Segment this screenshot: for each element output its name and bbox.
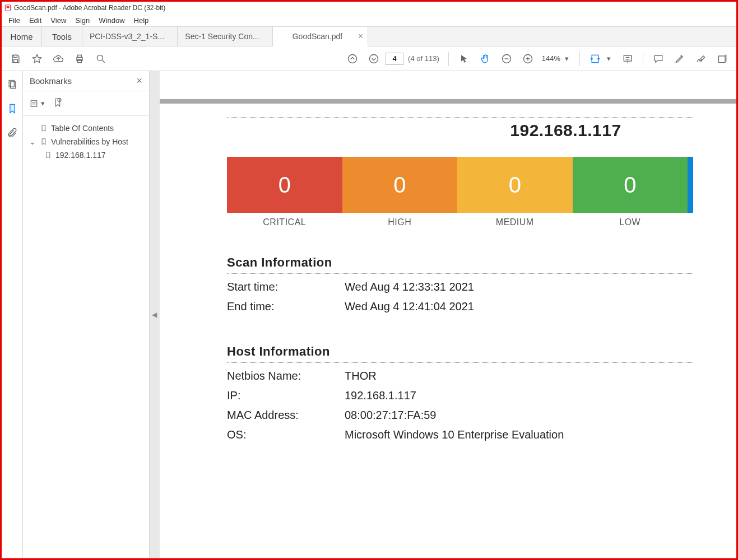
bookmark-label: 192.168.1.117	[55, 151, 106, 160]
bookmarks-panel-title: Bookmarks	[30, 76, 72, 86]
panel-collapse-gutter[interactable]: ◀	[150, 71, 160, 558]
svg-rect-14	[9, 81, 14, 87]
page-down-icon[interactable]	[364, 49, 383, 68]
severity-medium: 0	[457, 157, 573, 213]
severity-critical: 0	[227, 157, 342, 213]
kv-val: THOR	[345, 370, 377, 382]
doc-tab-0[interactable]: PCI-DSS-v3_2_1-S...	[82, 27, 178, 46]
severity-info	[688, 157, 693, 213]
doc-tab-0-label: PCI-DSS-v3_2_1-S...	[90, 32, 164, 41]
toolbar-separator	[579, 52, 580, 66]
svg-point-7	[349, 54, 357, 63]
svg-rect-13	[718, 56, 725, 63]
svg-rect-11	[592, 55, 598, 62]
page-divider	[160, 99, 736, 104]
bookmarks-toolbar: ▾	[23, 91, 149, 116]
svg-rect-5	[78, 59, 82, 62]
menu-sign[interactable]: Sign	[71, 16, 94, 25]
bookmarks-panel-icon[interactable]	[7, 103, 18, 116]
svg-rect-12	[624, 55, 631, 61]
tab-tools[interactable]: Tools	[42, 27, 82, 46]
bookmark-label: Vulnerabilities by Host	[51, 137, 128, 146]
kv-val: Microsoft Windows 10 Enterprise Evaluati…	[345, 428, 564, 441]
svg-rect-4	[78, 55, 82, 57]
menu-window[interactable]: Window	[94, 16, 129, 25]
window-titlebar: GoodScan.pdf - Adobe Acrobat Reader DC (…	[2, 2, 736, 14]
menu-view[interactable]: View	[46, 16, 71, 25]
menu-bar: File Edit View Sign Window Help	[2, 14, 736, 26]
bookmarks-options-icon[interactable]: ▾	[30, 99, 45, 109]
kv-row: MAC Address:08:00:27:17:FA:59	[227, 405, 693, 425]
kv-key: OS:	[227, 428, 345, 441]
kv-row: OS:Microsoft Windows 10 Enterprise Evalu…	[227, 425, 693, 445]
find-bookmark-icon[interactable]	[53, 97, 63, 109]
host-info-title: Host Information	[227, 344, 693, 359]
dotted-line	[227, 117, 693, 118]
print-icon[interactable]	[70, 49, 89, 68]
comment-icon[interactable]	[649, 49, 668, 68]
doc-tab-2[interactable]: GoodScan.pdf ×	[273, 27, 368, 46]
window-title: GoodScan.pdf - Adobe Acrobat Reader DC (…	[14, 4, 165, 12]
close-panel-icon[interactable]: ×	[136, 75, 142, 87]
kv-row: Start time:Wed Aug 4 12:33:31 2021	[227, 277, 693, 297]
scan-info-title: Scan Information	[227, 255, 693, 270]
menu-edit[interactable]: Edit	[25, 16, 46, 25]
svg-rect-2	[14, 59, 18, 62]
cloud-upload-icon[interactable]	[49, 49, 68, 68]
hand-tool-icon[interactable]	[476, 49, 495, 68]
toolbar: (4 of 113) 144% ▾ ▾	[2, 46, 736, 71]
zoom-out-icon[interactable]	[497, 49, 516, 68]
page-up-icon[interactable]	[343, 49, 362, 68]
doc-tab-1-label: Sec-1 Security Con...	[185, 32, 259, 41]
highlight-icon[interactable]	[670, 49, 689, 68]
dotted-line	[227, 273, 693, 274]
read-mode-icon[interactable]	[618, 49, 637, 68]
kv-row: End time:Wed Aug 4 12:41:04 2021	[227, 297, 693, 316]
severity-label-info	[688, 217, 693, 227]
menu-file[interactable]: File	[4, 16, 25, 25]
attachments-panel-icon[interactable]	[7, 127, 18, 140]
kv-key: MAC Address:	[227, 409, 345, 422]
kv-val: Wed Aug 4 12:41:04 2021	[345, 300, 474, 313]
search-icon[interactable]	[91, 49, 110, 68]
thumbnails-panel-icon[interactable]	[7, 79, 18, 92]
sign-icon[interactable]	[691, 49, 711, 68]
doc-tab-1[interactable]: Sec-1 Security Con...	[178, 27, 273, 46]
fit-width-icon[interactable]	[586, 49, 605, 68]
star-icon[interactable]	[27, 49, 47, 68]
collapse-triangle-icon[interactable]: ◀	[152, 311, 157, 319]
toolbar-separator	[643, 52, 643, 66]
collapse-icon[interactable]: ⌄	[29, 137, 36, 146]
scan-info-section: Scan Information Start time:Wed Aug 4 12…	[227, 255, 693, 316]
bookmark-toc[interactable]: Table Of Contents	[27, 122, 145, 135]
menu-help[interactable]: Help	[129, 16, 154, 25]
host-info-section: Host Information Netbios Name:THOR IP:19…	[227, 344, 693, 445]
selection-arrow-icon[interactable]	[454, 49, 474, 68]
zoom-dropdown-icon[interactable]: ▾	[565, 54, 574, 63]
svg-rect-15	[10, 82, 15, 88]
report-host-title: 192.168.1.117	[395, 121, 736, 140]
severity-label-medium: MEDIUM	[457, 217, 573, 227]
kv-row: IP:192.168.1.117	[227, 386, 693, 405]
severity-label-low: LOW	[573, 217, 688, 227]
bookmark-vuln-by-host[interactable]: ⌄ Vulnerabilities by Host	[27, 135, 145, 148]
bookmark-label: Table Of Contents	[51, 124, 114, 133]
severity-label-high: HIGH	[342, 217, 458, 227]
document-view[interactable]: 192.168.1.117 0 0 0 0 CRITICAL HIGH MEDI…	[160, 71, 736, 558]
severity-low: 0	[573, 157, 688, 213]
doc-tab-2-label: GoodScan.pdf	[293, 32, 343, 41]
severity-high: 0	[342, 157, 458, 213]
page-number-input[interactable]	[386, 53, 403, 65]
zoom-level-label[interactable]: 144%	[540, 54, 563, 63]
more-tools-icon[interactable]	[713, 49, 732, 68]
kv-key: IP:	[227, 389, 345, 402]
toolbar-separator	[448, 52, 449, 66]
kv-key: Netbios Name:	[227, 370, 345, 382]
zoom-in-icon[interactable]	[518, 49, 537, 68]
bookmark-host-1[interactable]: 192.168.1.117	[27, 148, 145, 162]
fit-dropdown-icon[interactable]: ▾	[607, 54, 616, 63]
close-tab-icon[interactable]: ×	[358, 31, 363, 41]
save-icon[interactable]	[6, 49, 25, 68]
kv-key: Start time:	[227, 281, 345, 293]
tab-home[interactable]: Home	[2, 27, 42, 46]
